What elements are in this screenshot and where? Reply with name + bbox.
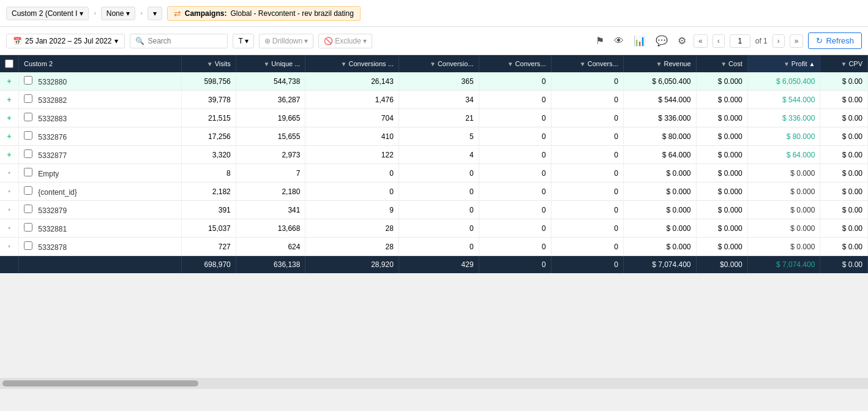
breadcrumb-dropdown[interactable]: ▾ xyxy=(148,7,162,20)
footer-cell-convers2: 0 xyxy=(551,256,623,274)
row-checkbox-cell[interactable]: 5332878 xyxy=(19,238,182,256)
prev-page-button[interactable]: ‹ xyxy=(713,34,725,48)
col-header-revenue[interactable]: ▼ Revenue xyxy=(623,55,696,72)
exclude-icon: 🚫 xyxy=(324,37,333,45)
col-header-unique[interactable]: ▼ Unique ... xyxy=(236,55,305,72)
row-profit: $ 336.000 xyxy=(747,109,820,127)
row-expand-cell[interactable]: • xyxy=(0,164,19,183)
row-expand-cell[interactable]: • xyxy=(0,238,19,256)
filter-conversions-icon: ▼ xyxy=(341,61,347,67)
comment-button[interactable]: 💬 xyxy=(653,32,670,49)
row-cost: $ 0.000 xyxy=(696,91,747,109)
row-checkbox-cell[interactable]: 5332879 xyxy=(19,201,182,219)
row-revenue: $ 64.000 xyxy=(623,146,696,164)
refresh-label: Refresh xyxy=(826,36,854,45)
row-checkbox-cell[interactable]: {content_id} xyxy=(19,183,182,201)
horizontal-scrollbar[interactable] xyxy=(0,378,868,389)
expand-icon[interactable]: + xyxy=(7,114,11,123)
row-checkbox[interactable] xyxy=(24,168,32,176)
col-header-convers2[interactable]: ▼ Convers... xyxy=(551,55,623,72)
col-header-cost[interactable]: ▼ Cost xyxy=(696,55,747,72)
col-header-conversio[interactable]: ▼ Conversio... xyxy=(398,55,479,72)
row-conversions: 28 xyxy=(305,238,398,256)
row-expand-cell[interactable]: + xyxy=(0,109,19,127)
col-header-convers1[interactable]: ▼ Convers... xyxy=(479,55,551,72)
search-input[interactable] xyxy=(148,37,222,45)
row-expand-cell[interactable]: + xyxy=(0,146,19,164)
row-conversions: 26,143 xyxy=(305,72,398,91)
expand-icon[interactable]: + xyxy=(7,151,11,159)
row-revenue: $ 544.000 xyxy=(623,91,696,109)
row-checkbox[interactable] xyxy=(24,94,32,103)
row-checkbox[interactable] xyxy=(24,205,32,213)
table-header-row: Custom 2 ▼ Visits ▼ Unique ... xyxy=(0,55,868,72)
row-cpv: $ 0.00 xyxy=(820,146,868,164)
row-checkbox-cell[interactable]: 5332881 xyxy=(19,219,182,238)
breadcrumb-custom2[interactable]: Custom 2 (Content I ▾ xyxy=(6,7,89,20)
row-checkbox-cell[interactable]: Empty xyxy=(19,164,182,183)
exclude-button[interactable]: 🚫 Exclude ▾ xyxy=(318,34,372,48)
row-profit: $ 0.000 xyxy=(747,238,820,256)
t-button[interactable]: T ▾ xyxy=(233,34,253,48)
row-expand-cell[interactable]: • xyxy=(0,219,19,238)
gear-button[interactable]: ⚙ xyxy=(675,32,689,49)
search-box[interactable]: 🔍 xyxy=(130,34,228,48)
col-profit-label: Profit xyxy=(791,60,807,67)
row-cost: $ 0.000 xyxy=(696,127,747,146)
page-input[interactable]: 1 xyxy=(730,34,750,48)
table-row: + 5332883 21,515 19,665 704 21 0 0 $ 336… xyxy=(0,109,868,127)
refresh-button[interactable]: ↻ Refresh xyxy=(808,32,862,49)
row-checkbox-cell[interactable]: 5332883 xyxy=(19,109,182,127)
row-conversio: 365 xyxy=(398,72,479,91)
row-expand-cell[interactable]: • xyxy=(0,183,19,201)
scrollbar-thumb[interactable] xyxy=(2,380,198,386)
row-convers1: 0 xyxy=(479,183,551,201)
breadcrumb-none[interactable]: None ▾ xyxy=(101,7,136,20)
table-body: + 5332880 598,756 544,738 26,143 365 0 0… xyxy=(0,72,868,256)
next-page-button[interactable]: › xyxy=(773,34,785,48)
row-expand-cell[interactable]: + xyxy=(0,91,19,109)
row-checkbox[interactable] xyxy=(24,241,32,250)
row-convers2: 0 xyxy=(551,219,623,238)
row-cost: $ 0.000 xyxy=(696,183,747,201)
row-id: 5332883 xyxy=(38,115,67,123)
eye-button[interactable]: 👁 xyxy=(612,33,626,49)
row-checkbox[interactable] xyxy=(24,223,32,232)
select-all-checkbox[interactable] xyxy=(5,59,13,68)
expand-icon[interactable]: + xyxy=(7,77,11,86)
row-checkbox-cell[interactable]: 5332877 xyxy=(19,146,182,164)
row-cpv: $ 0.00 xyxy=(820,109,868,127)
row-expand-cell[interactable]: • xyxy=(0,201,19,219)
expand-icon[interactable]: + xyxy=(7,96,11,104)
drilldown-button[interactable]: ⊕ Drilldown ▾ xyxy=(259,34,313,48)
row-convers1: 0 xyxy=(479,109,551,127)
expand-icon[interactable]: + xyxy=(7,132,11,141)
first-page-button[interactable]: « xyxy=(694,34,708,48)
row-checkbox-cell[interactable]: 5332876 xyxy=(19,127,182,146)
row-checkbox[interactable] xyxy=(24,186,32,195)
col-header-profit[interactable]: ▼ Profit ▲ xyxy=(747,55,820,72)
row-visits: 21,515 xyxy=(181,109,236,127)
row-expand-cell[interactable]: + xyxy=(0,127,19,146)
col-header-visits[interactable]: ▼ Visits xyxy=(181,55,236,72)
filter-profit-icon: ▼ xyxy=(784,61,790,67)
footer-cell-expand xyxy=(0,256,19,274)
col-header-custom2: Custom 2 xyxy=(19,55,182,72)
row-checkbox[interactable] xyxy=(24,76,32,85)
row-checkbox-cell[interactable]: 5332882 xyxy=(19,91,182,109)
flag-button[interactable]: ⚑ xyxy=(593,32,607,49)
row-revenue: $ 336.000 xyxy=(623,109,696,127)
row-checkbox[interactable] xyxy=(24,149,32,158)
row-checkbox-cell[interactable]: 5332880 xyxy=(19,72,182,91)
row-checkbox[interactable] xyxy=(24,131,32,140)
col-header-cpv[interactable]: ▼ CPV xyxy=(820,55,868,72)
table-row: + 5332882 39,778 36,287 1,476 34 0 0 $ 5… xyxy=(0,91,868,109)
row-cpv: $ 0.00 xyxy=(820,183,868,201)
row-expand-cell[interactable]: + xyxy=(0,72,19,91)
date-picker-button[interactable]: 📅 25 Jan 2022 – 25 Jul 2022 ▾ xyxy=(6,34,125,48)
last-page-button[interactable]: » xyxy=(790,34,804,48)
col-header-conversions[interactable]: ▼ Conversions ... xyxy=(305,55,398,72)
row-checkbox[interactable] xyxy=(24,113,32,121)
refresh-icon: ↻ xyxy=(816,36,823,45)
chart-button[interactable]: 📊 xyxy=(631,32,648,49)
